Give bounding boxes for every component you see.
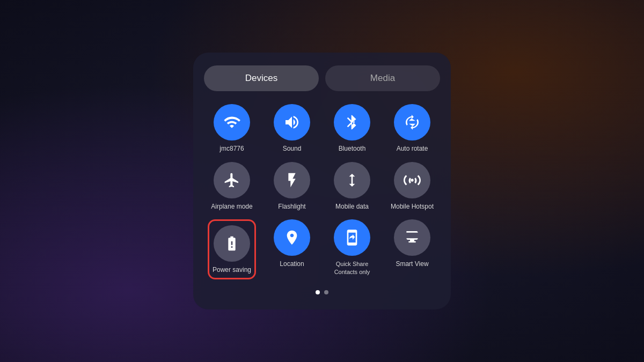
wifi-icon-circle	[214, 104, 250, 141]
tab-devices[interactable]: Devices	[204, 65, 319, 91]
tile-mobiledata[interactable]: Mobile data	[324, 162, 380, 211]
tile-powersaving[interactable]: Power saving	[204, 219, 260, 279]
quick-settings-grid: jmc8776 Sound Bluetooth	[204, 104, 440, 279]
pagination-dots	[204, 290, 440, 294]
powersaving-label: Power saving	[213, 266, 251, 275]
quickshare-icon	[343, 229, 361, 246]
tile-location[interactable]: Location	[264, 219, 320, 279]
sound-label: Sound	[283, 145, 302, 153]
location-label: Location	[280, 260, 304, 269]
autorotate-label: Auto rotate	[397, 145, 428, 153]
hotspot-icon	[404, 172, 421, 189]
autorotate-icon-circle	[394, 104, 430, 141]
tile-sound[interactable]: Sound	[264, 104, 320, 153]
dot-2	[324, 290, 328, 294]
tab-row: Devices Media	[204, 65, 440, 91]
bluetooth-label: Bluetooth	[339, 145, 366, 153]
quickshare-icon-circle	[334, 219, 370, 256]
powersaving-inner: Power saving	[213, 225, 251, 275]
airplane-label: Airplane mode	[211, 203, 252, 211]
flashlight-label: Flashlight	[278, 203, 305, 211]
bluetooth-icon-circle	[334, 104, 370, 141]
smartview-icon	[404, 229, 421, 246]
mobiledata-icon-circle	[334, 162, 370, 198]
wifi-label: jmc8776	[219, 145, 244, 153]
powersaving-icon	[223, 235, 240, 252]
hotspot-label: Mobile Hotspot	[391, 203, 434, 211]
powersaving-highlight-border: Power saving	[208, 219, 256, 279]
smartview-icon-circle	[394, 219, 430, 256]
hotspot-icon-circle	[394, 162, 430, 198]
tab-media[interactable]: Media	[325, 65, 440, 91]
tile-smartview[interactable]: Smart View	[384, 219, 440, 279]
tile-hotspot[interactable]: Mobile Hotspot	[384, 162, 440, 211]
powersaving-icon-circle	[214, 225, 250, 262]
location-icon	[283, 229, 301, 246]
airplane-icon-circle	[214, 162, 250, 198]
tile-autorotate[interactable]: Auto rotate	[384, 104, 440, 153]
tile-wifi[interactable]: jmc8776	[204, 104, 260, 153]
flashlight-icon	[283, 172, 301, 189]
mobiledata-icon	[343, 172, 361, 189]
quickshare-label: Quick Share Contacts only	[324, 260, 380, 276]
tile-flashlight[interactable]: Flashlight	[264, 162, 320, 211]
background: Devices Media jmc8776	[0, 0, 644, 362]
sound-icon	[283, 114, 301, 131]
quick-settings-panel: Devices Media jmc8776	[193, 53, 451, 309]
location-icon-circle	[274, 219, 310, 256]
smartview-label: Smart View	[396, 260, 428, 269]
mobiledata-label: Mobile data	[335, 203, 369, 211]
tile-airplane[interactable]: Airplane mode	[204, 162, 260, 211]
bluetooth-icon	[343, 114, 361, 131]
airplane-icon	[223, 172, 240, 189]
flashlight-icon-circle	[274, 162, 310, 198]
tile-quickshare[interactable]: Quick Share Contacts only	[324, 219, 380, 279]
sound-icon-circle	[274, 104, 310, 141]
tile-bluetooth[interactable]: Bluetooth	[324, 104, 380, 153]
dot-1	[316, 290, 320, 294]
wifi-icon	[223, 114, 240, 131]
autorotate-icon	[404, 114, 421, 131]
